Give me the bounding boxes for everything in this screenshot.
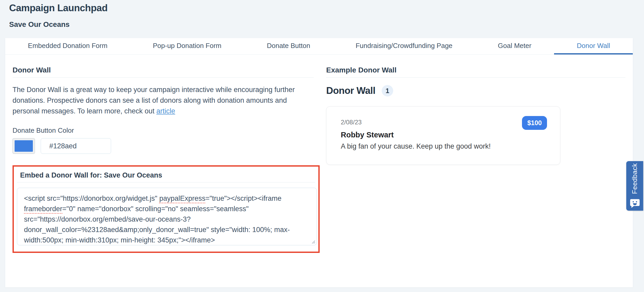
feedback-button[interactable]: Feedback bbox=[626, 161, 643, 211]
embed-code-section: Embed a Donor Wall for: Save Our Oceans … bbox=[13, 165, 320, 253]
embed-section-heading: Embed a Donor Wall for: Save Our Oceans bbox=[17, 171, 315, 182]
donor-wall-preview-header: Donor Wall 1 bbox=[326, 85, 625, 96]
donor-wall-heading: Donor Wall bbox=[13, 66, 314, 78]
chat-bubble-smiley-icon bbox=[630, 199, 640, 209]
donation-message: A big fan of your cause. Keep up the goo… bbox=[341, 142, 546, 150]
content-area: Donor Wall The Donor Wall is a great way… bbox=[5, 55, 633, 253]
donor-name: Robby Stewart bbox=[341, 131, 546, 139]
donor-wall-preview-title: Donor Wall bbox=[326, 85, 375, 96]
article-link[interactable]: article bbox=[156, 107, 175, 115]
donate-button-color-label: Donate Button Color bbox=[13, 126, 314, 135]
example-donor-wall-panel: Example Donor Wall Donor Wall 1 2/08/23 … bbox=[326, 55, 625, 253]
campaign-name: Save Our Oceans bbox=[9, 20, 644, 29]
donor-count-badge: 1 bbox=[382, 85, 393, 96]
color-hex-input[interactable] bbox=[41, 138, 111, 154]
example-donor-wall-heading: Example Donor Wall bbox=[326, 66, 625, 78]
tab-fundraising-crowdfunding-page[interactable]: Fundraising/Crowdfunding Page bbox=[333, 38, 475, 54]
donor-wall-settings-panel: Donor Wall The Donor Wall is a great way… bbox=[13, 55, 314, 253]
donor-wall-description: The Donor Wall is a great way to keep yo… bbox=[13, 84, 314, 117]
tab-popup-donation-form[interactable]: Pop-up Donation Form bbox=[130, 38, 244, 54]
tab-embedded-donation-form[interactable]: Embedded Donation Form bbox=[5, 38, 130, 54]
color-picker-row bbox=[13, 138, 314, 154]
tab-donor-wall[interactable]: Donor Wall bbox=[554, 38, 633, 54]
resize-handle-icon[interactable] bbox=[311, 240, 315, 244]
embed-code-textarea[interactable]: <script src="https://donorbox.org/widget… bbox=[17, 188, 317, 245]
feedback-label: Feedback bbox=[631, 163, 639, 194]
description-text: The Donor Wall is a great way to keep yo… bbox=[13, 86, 295, 115]
page-header: Campaign Launchpad Save Our Oceans bbox=[0, 0, 644, 29]
donation-amount-badge: $100 bbox=[522, 116, 547, 130]
embed-code-text: <script src="https://donorbox.org/widget… bbox=[24, 194, 290, 244]
color-swatch bbox=[15, 140, 33, 152]
tab-goal-meter[interactable]: Goal Meter bbox=[475, 38, 554, 54]
color-swatch-picker[interactable] bbox=[13, 138, 35, 154]
donation-date: 2/08/23 bbox=[341, 119, 546, 126]
page-title: Campaign Launchpad bbox=[9, 3, 644, 14]
tab-donate-button[interactable]: Donate Button bbox=[244, 38, 333, 54]
tab-bar: Embedded Donation Form Pop-up Donation F… bbox=[5, 38, 633, 55]
main-card: Embedded Donation Form Pop-up Donation F… bbox=[5, 38, 633, 287]
donation-card: 2/08/23 $100 Robby Stewart A big fan of … bbox=[326, 106, 560, 165]
